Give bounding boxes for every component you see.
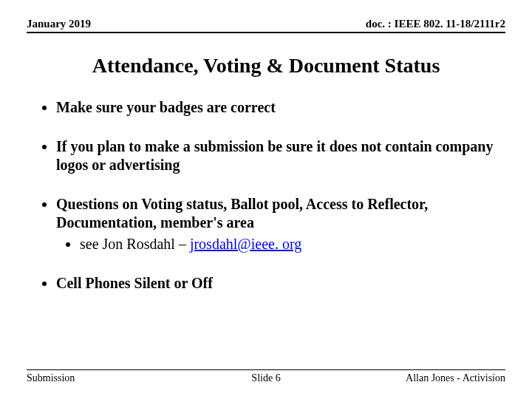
footer-right: Allan Jones - Activision bbox=[346, 372, 505, 384]
bullet-0-text: Make sure your badges are correct bbox=[56, 99, 276, 115]
bullet-0: Make sure your badges are correct bbox=[56, 98, 505, 117]
header-docnum: doc. : IEEE 802. 11-18/2111r2 bbox=[366, 18, 505, 30]
bullet-2-sub: see Jon Rosdahl – jrosdahl@ieee. org bbox=[80, 235, 505, 253]
footer-center: Slide 6 bbox=[186, 372, 346, 384]
footer: Submission Slide 6 Allan Jones - Activis… bbox=[27, 369, 505, 384]
bullet-1: If you plan to make a submission be sure… bbox=[56, 137, 505, 174]
header: January 2019 doc. : IEEE 802. 11-18/2111… bbox=[27, 18, 505, 33]
bullet-2: Questions on Voting status, Ballot pool,… bbox=[56, 195, 505, 253]
email-link[interactable]: jrosdahl@ieee. org bbox=[190, 236, 301, 252]
bullet-2-sub-prefix: see Jon Rosdahl – bbox=[80, 236, 190, 252]
bullet-1-text: If you plan to make a submission be sure… bbox=[56, 138, 493, 173]
bullet-3-text: Cell Phones Silent or Off bbox=[56, 275, 213, 291]
content: Make sure your badges are correct If you… bbox=[27, 98, 505, 369]
footer-left: Submission bbox=[27, 372, 186, 384]
page-title: Attendance, Voting & Document Status bbox=[27, 54, 505, 78]
bullet-2-text: Questions on Voting status, Ballot pool,… bbox=[56, 196, 428, 231]
bullet-3: Cell Phones Silent or Off bbox=[56, 274, 505, 293]
header-date: January 2019 bbox=[27, 18, 91, 30]
slide: January 2019 doc. : IEEE 802. 11-18/2111… bbox=[0, 0, 532, 399]
